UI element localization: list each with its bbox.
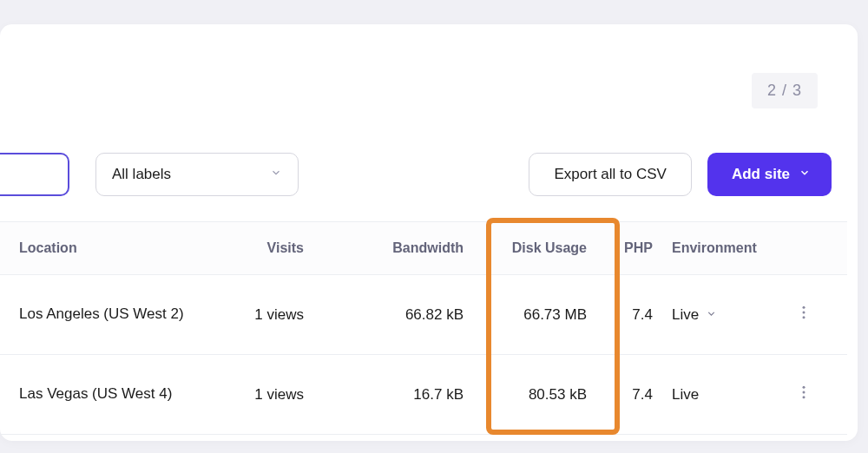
env-label: Live [672, 386, 699, 404]
svg-point-3 [803, 386, 806, 389]
svg-point-4 [803, 391, 806, 394]
table-row: Las Vegas (US West 4) 1 views 16.7 kB 80… [0, 355, 847, 435]
export-csv-button[interactable]: Export all to CSV [529, 153, 691, 196]
pagination-indicator: 2 / 3 [752, 73, 818, 108]
cell-environment[interactable]: Live [660, 306, 773, 324]
row-actions-menu[interactable] [795, 384, 812, 404]
toolbar: All labels Export all to CSV Add site [0, 153, 832, 196]
chevron-down-icon [706, 306, 717, 324]
cell-disk-usage: 66.73 MB [481, 306, 613, 324]
cell-bandwidth: 16.7 kB [321, 386, 481, 404]
content-card: 2 / 3 All labels Export all to CSV Add s… [0, 24, 858, 441]
header-bandwidth[interactable]: Bandwidth [321, 240, 481, 256]
cell-php: 7.4 [613, 386, 660, 404]
row-actions-menu[interactable] [795, 304, 812, 325]
header-php[interactable]: PHP [613, 240, 660, 256]
cell-environment: Live [660, 386, 773, 404]
sites-table: Location Visits Bandwidth Disk Usage PHP… [0, 221, 847, 435]
svg-point-1 [803, 312, 806, 314]
cell-disk-usage: 80.53 kB [481, 386, 613, 404]
header-location[interactable]: Location [0, 240, 201, 256]
cell-visits: 1 views [201, 386, 321, 404]
header-visits[interactable]: Visits [201, 240, 321, 256]
svg-point-5 [803, 396, 806, 398]
chevron-down-icon [270, 166, 282, 183]
header-environment[interactable]: Environment [660, 240, 773, 256]
search-input[interactable] [0, 153, 69, 196]
labels-dropdown[interactable]: All labels [95, 153, 299, 196]
env-label: Live [672, 306, 699, 324]
table-row: Los Angeles (US West 2) 1 views 66.82 kB… [0, 275, 847, 355]
cell-location: Las Vegas (US West 4) [0, 384, 201, 404]
cell-bandwidth: 66.82 kB [321, 306, 481, 324]
cell-location: Los Angeles (US West 2) [0, 305, 201, 325]
cell-php: 7.4 [613, 306, 660, 324]
svg-point-2 [803, 316, 806, 318]
add-site-button[interactable]: Add site [707, 153, 832, 196]
labels-dropdown-text: All labels [112, 166, 171, 183]
table-header-row: Location Visits Bandwidth Disk Usage PHP… [0, 221, 847, 275]
chevron-down-icon [799, 166, 811, 183]
cell-visits: 1 views [201, 306, 321, 324]
add-site-label: Add site [732, 166, 790, 183]
svg-point-0 [803, 306, 806, 309]
header-disk-usage[interactable]: Disk Usage [481, 240, 613, 256]
export-label: Export all to CSV [554, 166, 666, 183]
